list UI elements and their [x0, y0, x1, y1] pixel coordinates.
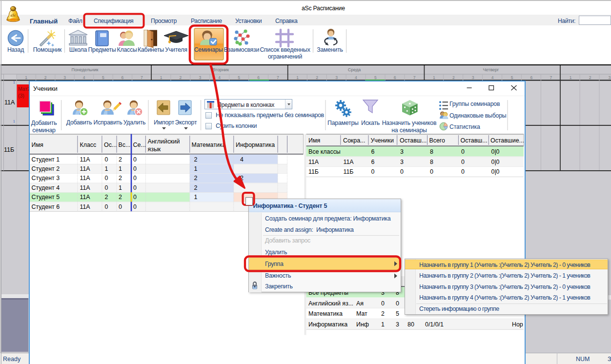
svg-text:Ая: Ая — [356, 300, 364, 307]
svg-text:Информатика: Информатика — [308, 321, 347, 328]
svg-text:Студент 5: Студент 5 — [32, 194, 60, 201]
svg-text:1: 1 — [194, 165, 198, 172]
svg-text:3: 3 — [400, 148, 404, 155]
svg-text:Сокра...: Сокра... — [343, 137, 365, 144]
svg-text:2: 2 — [194, 184, 198, 191]
svg-text:0: 0 — [461, 148, 465, 155]
svg-text:6: 6 — [371, 148, 375, 155]
svg-text:Имя: Имя — [32, 142, 43, 148]
svg-text:Английский: Английский — [148, 138, 180, 145]
svg-text:8: 8 — [430, 148, 433, 155]
svg-text:Студент 3: Студент 3 — [32, 175, 60, 182]
svg-text:Информатика: Информатика — [236, 142, 275, 148]
svg-text:2: 2 — [105, 194, 108, 201]
svg-text:Оставш...: Оставш... — [400, 137, 427, 144]
svg-text:11Б: 11Б — [308, 168, 319, 175]
svg-text:0: 0 — [133, 165, 137, 172]
svg-text:4: 4 — [240, 156, 244, 163]
svg-text:Студент 4: Студент 4 — [32, 184, 60, 191]
svg-text:0: 0 — [430, 168, 433, 175]
svg-text:2: 2 — [381, 310, 385, 317]
svg-text:2: 2 — [119, 175, 122, 182]
svg-text:1: 1 — [194, 194, 198, 201]
svg-text:Математика: Математика — [192, 142, 226, 148]
svg-text:0: 0 — [133, 184, 137, 191]
svg-text:0: 0 — [461, 168, 465, 175]
svg-text:0: 0 — [371, 168, 375, 175]
svg-text:aSc: aSc — [11, 14, 17, 18]
svg-text:11А: 11А — [80, 194, 91, 201]
svg-text:Английский яз...: Английский яз... — [308, 300, 353, 307]
svg-text:Все классы: Все классы — [308, 148, 341, 155]
svg-text:0: 0 — [133, 156, 137, 163]
svg-text:2: 2 — [194, 156, 198, 163]
svg-text:0|0: 0|0 — [491, 168, 500, 175]
svg-text:0: 0 — [461, 159, 465, 165]
svg-text:0|0: 0|0 — [491, 159, 500, 165]
svg-text:язык: язык — [148, 146, 161, 153]
svg-text:11А: 11А — [80, 165, 91, 172]
svg-text:Нор: Нор — [512, 321, 523, 328]
svg-text:Инф: Инф — [356, 321, 369, 328]
svg-text:Вс...: Вс... — [119, 142, 131, 148]
svg-text:0|0: 0|0 — [491, 148, 500, 155]
svg-text:Се...: Се... — [133, 142, 146, 148]
svg-text:1: 1 — [119, 165, 122, 172]
svg-text:1: 1 — [119, 184, 122, 191]
svg-text:Студент 1: Студент 1 — [32, 156, 60, 163]
svg-text:Ученики: Ученики — [371, 137, 394, 144]
svg-text:0: 0 — [105, 203, 108, 210]
svg-text:11А: 11А — [344, 159, 354, 165]
svg-text:Студент 6: Студент 6 — [32, 203, 60, 210]
svg-text:Мат: Мат — [356, 310, 367, 317]
svg-text:Оставшие...: Оставшие... — [490, 137, 524, 144]
svg-text:Имя: Имя — [308, 137, 320, 144]
svg-text:2: 2 — [194, 175, 198, 182]
svg-text:Студент 2: Студент 2 — [32, 165, 60, 172]
svg-text:1: 1 — [105, 165, 108, 172]
svg-text:8: 8 — [430, 159, 433, 165]
svg-text:Ос...: Ос... — [104, 142, 117, 148]
svg-text:11А: 11А — [80, 203, 91, 210]
svg-text:11А: 11А — [80, 156, 91, 163]
svg-text:0: 0 — [133, 203, 137, 210]
svg-text:11А: 11А — [80, 184, 91, 191]
svg-text:5: 5 — [396, 310, 399, 317]
svg-text:11А: 11А — [308, 159, 319, 165]
svg-text:0: 0 — [381, 300, 385, 307]
svg-text:0: 0 — [105, 175, 108, 182]
svg-text:0: 0 — [396, 300, 399, 307]
svg-text:Всего: Всего — [429, 137, 446, 144]
svg-text:1: 1 — [381, 321, 385, 328]
svg-text:2: 2 — [119, 194, 122, 201]
svg-text:2: 2 — [240, 175, 244, 182]
svg-text:0: 0 — [133, 175, 137, 182]
svg-text:0/1/0/1: 0/1/0/1 — [425, 321, 444, 328]
svg-text:Математика: Математика — [308, 310, 343, 317]
svg-text:0: 0 — [105, 156, 108, 163]
svg-text:0: 0 — [105, 184, 108, 191]
svg-text:11А: 11А — [80, 175, 91, 182]
svg-text:11Б: 11Б — [344, 168, 354, 175]
svg-text:0: 0 — [133, 194, 137, 201]
svg-text:Оставш...: Оставш... — [461, 137, 488, 144]
svg-text:3: 3 — [396, 321, 399, 328]
svg-text:Класс: Класс — [80, 142, 97, 148]
svg-text:2: 2 — [119, 156, 122, 163]
svg-text:0: 0 — [119, 203, 122, 210]
svg-text:3: 3 — [400, 159, 404, 165]
svg-text:6: 6 — [371, 159, 375, 165]
svg-text:0: 0 — [400, 168, 404, 175]
svg-text:80: 80 — [407, 321, 414, 328]
